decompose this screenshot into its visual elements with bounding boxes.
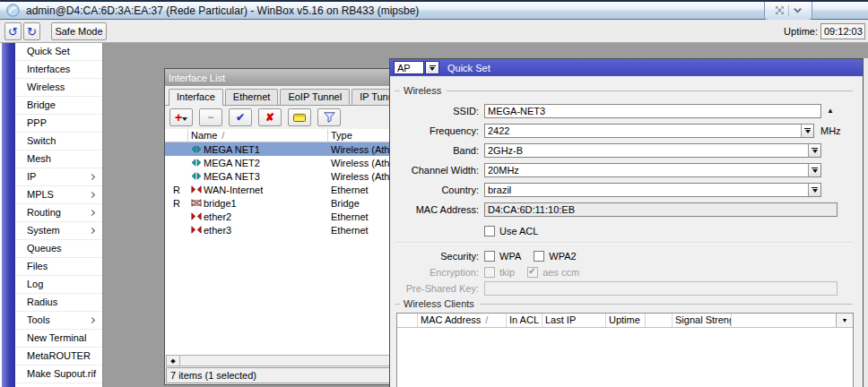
frequency-label: Frequency: bbox=[391, 125, 484, 136]
band-label: Band: bbox=[391, 145, 484, 156]
sidebar-item-mpls[interactable]: MPLS bbox=[15, 186, 102, 204]
sidebar-item-mesh[interactable]: Mesh bbox=[15, 150, 102, 168]
submenu-arrow-icon bbox=[89, 317, 95, 323]
row-flag: R bbox=[165, 198, 188, 209]
undo-button[interactable]: ↺ bbox=[4, 22, 22, 40]
filter-funnel-button[interactable] bbox=[317, 108, 341, 126]
sort-indicator-icon: / bbox=[485, 314, 488, 325]
enable-check-icon: ✔ bbox=[236, 111, 245, 124]
tab-interface[interactable]: Interface bbox=[169, 89, 223, 106]
clients-column-signal-strength[interactable]: Signal Strength bbox=[673, 314, 732, 327]
channel-width-dropdown-button[interactable] bbox=[808, 164, 820, 176]
sidebar-item-system[interactable]: System bbox=[15, 222, 102, 240]
sidebar-item-ppp[interactable]: PPP bbox=[15, 115, 102, 133]
tkip-label: tkip bbox=[499, 267, 515, 278]
sidebar: Quick SetInterfacesWirelessBridgePPPSwit… bbox=[0, 43, 103, 387]
band-dropdown-button[interactable] bbox=[808, 144, 820, 157]
sidebar-item-interfaces[interactable]: Interfaces bbox=[15, 61, 102, 79]
wpa2-checkbox[interactable] bbox=[534, 251, 544, 262]
section-divider bbox=[396, 242, 853, 244]
wpa-checkbox[interactable] bbox=[484, 251, 495, 262]
dropdown-icon bbox=[430, 65, 436, 71]
redo-button[interactable]: ↻ bbox=[23, 22, 40, 40]
row-flag: R bbox=[165, 185, 188, 195]
safe-mode-button[interactable]: Safe Mode bbox=[51, 22, 107, 40]
use-acl-checkbox[interactable] bbox=[484, 226, 495, 236]
sidebar-item-label: Files bbox=[27, 261, 48, 271]
sidebar-item-quick-set[interactable]: Quick Set bbox=[15, 43, 102, 61]
collapse-up-icon[interactable]: ▲ bbox=[827, 107, 834, 115]
clients-column-blank bbox=[646, 314, 673, 327]
sidebar-item-tools[interactable]: Tools bbox=[15, 312, 102, 330]
add-plus-button[interactable]: + bbox=[169, 108, 193, 126]
sidebar-item-label: Switch bbox=[27, 135, 56, 146]
sidebar-item-bridge[interactable]: Bridge bbox=[15, 97, 102, 115]
clients-header-filler bbox=[732, 314, 836, 327]
sidebar-item-log[interactable]: Log bbox=[15, 276, 102, 294]
frequency-dropdown-button[interactable] bbox=[801, 125, 813, 137]
uptime: Uptime: 09:12:03 bbox=[784, 23, 865, 39]
wireless-group-label: Wireless bbox=[395, 85, 853, 96]
titlebar-tab-divider bbox=[788, 5, 789, 16]
wireless-clients-table: MAC Address/In ACLLast IPUptimeSignal St… bbox=[396, 313, 854, 387]
clients-column-mac-address[interactable]: MAC Address/ bbox=[418, 314, 507, 327]
enable-check-button[interactable]: ✔ bbox=[229, 108, 252, 126]
ethernet-icon bbox=[191, 226, 202, 234]
sidebar-item-make-supout-rif[interactable]: Make Supout.rif bbox=[15, 366, 102, 383]
filter-funnel-icon bbox=[324, 112, 335, 123]
submenu-arrow-icon bbox=[89, 228, 95, 234]
use-acl-label: Use ACL bbox=[499, 226, 538, 236]
submenu-arrow-icon bbox=[89, 174, 95, 180]
clients-column-uptime[interactable]: Uptime bbox=[606, 314, 646, 327]
tab-ethernet[interactable]: Ethernet bbox=[225, 89, 279, 105]
mode-select[interactable]: AP bbox=[394, 61, 424, 74]
undo-icon: ↺ bbox=[8, 25, 18, 39]
aes-ccm-checkbox bbox=[527, 267, 538, 278]
mode-dropdown-button[interactable] bbox=[425, 61, 439, 74]
sidebar-item-label: New Terminal bbox=[27, 332, 86, 343]
sidebar-item-switch[interactable]: Switch bbox=[15, 133, 102, 150]
remove-minus-button[interactable]: − bbox=[199, 108, 222, 126]
country-select[interactable] bbox=[484, 183, 821, 197]
interface-list-title: Interface List bbox=[169, 73, 225, 83]
chevron-down-icon[interactable] bbox=[793, 5, 803, 16]
sidebar-item-new-terminal[interactable]: New Terminal bbox=[15, 330, 102, 348]
sidebar-item-label: Quick Set bbox=[27, 46, 70, 56]
band-select[interactable] bbox=[484, 143, 821, 158]
country-dropdown-button[interactable] bbox=[808, 184, 820, 196]
add-plus-icon: + bbox=[175, 113, 187, 122]
sidebar-item-queues[interactable]: Queues bbox=[15, 240, 102, 258]
expand-icon[interactable] bbox=[775, 5, 785, 17]
dropdown-icon bbox=[812, 148, 818, 153]
quick-set-titlebar[interactable]: AP Quick Set bbox=[390, 59, 863, 76]
sidebar-item-label: Make Supout.rif bbox=[27, 368, 96, 379]
security-label: Security: bbox=[391, 251, 484, 262]
clients-column-last-ip[interactable]: Last IP bbox=[542, 314, 606, 327]
sidebar-item-label: PPP bbox=[27, 117, 47, 128]
tab-eoip-tunnel[interactable]: EoIP Tunnel bbox=[280, 89, 350, 105]
comment-folder-button[interactable] bbox=[288, 108, 311, 126]
scrollbar-diamond-icon[interactable]: ◆ bbox=[167, 356, 180, 366]
sidebar-item-routing[interactable]: Routing bbox=[15, 204, 102, 222]
ssid-input[interactable] bbox=[484, 104, 821, 118]
clients-columns-dropdown-button[interactable]: ▼ bbox=[836, 314, 853, 327]
clients-column-in-acl[interactable]: In ACL bbox=[507, 314, 542, 327]
titlebar-tab[interactable] bbox=[764, 2, 812, 21]
uptime-label: Uptime: bbox=[784, 26, 818, 37]
interface-name: MEGA NET3 bbox=[204, 171, 260, 182]
disable-cross-button[interactable]: ✘ bbox=[258, 108, 282, 126]
sidebar-item-radius[interactable]: Radius bbox=[15, 294, 102, 312]
ethernet-icon bbox=[191, 185, 202, 194]
column-name[interactable]: Name/ bbox=[188, 129, 328, 142]
channel-width-select[interactable] bbox=[484, 163, 821, 177]
sidebar-item-ip[interactable]: IP bbox=[15, 168, 102, 186]
sidebar-item-wireless[interactable]: Wireless bbox=[15, 79, 102, 97]
column-flag[interactable] bbox=[165, 129, 188, 142]
sidebar-item-label: Tools bbox=[27, 314, 50, 325]
frequency-input[interactable] bbox=[484, 124, 814, 138]
sidebar-accent-bar bbox=[2, 43, 15, 387]
quick-set-window: AP Quick Set Wireless SSID: ▲ Frequency:… bbox=[389, 58, 864, 387]
sidebar-item-metarouter[interactable]: MetaROUTER bbox=[15, 348, 102, 366]
wireless-clients-group-label: Wireless Clients bbox=[395, 298, 853, 309]
sidebar-item-files[interactable]: Files bbox=[15, 258, 102, 276]
